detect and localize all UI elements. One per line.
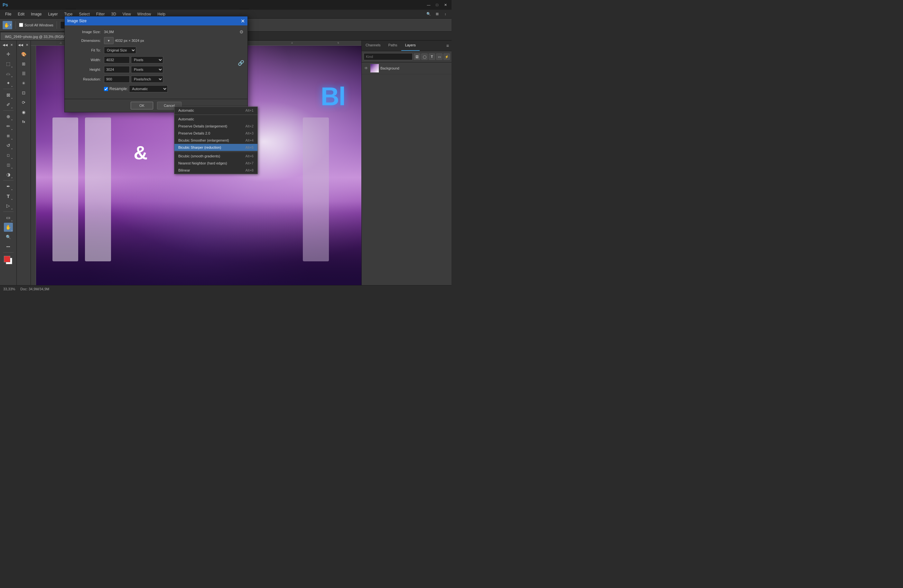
collapse-secondary-button[interactable]: ◀◀ — [18, 42, 24, 48]
dialog-title-bar: Image Size ✕ — [64, 16, 247, 25]
marquee-tool[interactable]: ⬚ ▸ — [4, 59, 13, 68]
resample-option-nearest-neighbor[interactable]: Nearest Neighbor (hard edges) Alt+7 — [175, 160, 258, 167]
shape-tool[interactable]: ▭ ▸ — [4, 213, 13, 222]
panel-tabs: Channels Paths Layers ≡ — [362, 41, 452, 51]
filter-smart-icon[interactable]: ⚡ — [444, 53, 450, 60]
more-tools-button[interactable]: ••• — [4, 242, 13, 251]
resample-option-bicubic-smooth[interactable]: Bicubic (smooth gradients) Alt+6 — [175, 153, 258, 160]
width-input[interactable] — [104, 56, 130, 63]
toolbar-search-icon[interactable]: 🔍 — [425, 11, 432, 18]
dialog-ok-button[interactable]: OK — [131, 102, 153, 109]
right-panel: Channels Paths Layers ≡ 🖼 ◯ T ▭ ⚡ 👁 Back… — [362, 41, 452, 285]
close-tools-button[interactable]: ✕ — [9, 42, 14, 48]
fit-to-select[interactable]: Original Size — [104, 47, 136, 54]
text-tool[interactable]: T ▸ — [4, 192, 13, 201]
layer-item-0[interactable]: 👁 Background — [362, 63, 452, 74]
foreground-color-swatch[interactable] — [4, 256, 10, 262]
resample-option-preserve-details-2[interactable]: Preserve Details 2.0 Alt+3 — [175, 130, 258, 137]
filter-shape-icon[interactable]: ▭ — [436, 53, 442, 60]
filter-type-icon[interactable]: T — [429, 53, 435, 60]
menu-file[interactable]: File — [3, 11, 14, 18]
lasso-tool[interactable]: ⌓ ▸ — [4, 69, 13, 78]
resample-option-automatic[interactable]: Automatic — [175, 116, 258, 123]
tab-channels[interactable]: Channels — [362, 41, 384, 51]
table-button[interactable]: ☰ — [19, 69, 28, 78]
resample-row: Resample: Automatic — [69, 85, 244, 92]
color-swatches[interactable] — [3, 255, 14, 266]
tab-layers[interactable]: Layers — [401, 41, 420, 51]
magic-wand-tool[interactable]: ✦ ▸ — [4, 79, 13, 88]
resolution-unit-select[interactable]: Pixels/Inch — [131, 75, 163, 83]
menu-edit[interactable]: Edit — [15, 11, 27, 18]
menu-layer[interactable]: Layer — [46, 11, 60, 18]
hand-icon: ✋ — [4, 22, 9, 28]
collapse-tools-button[interactable]: ◀◀ — [2, 42, 8, 48]
eyedropper-tool[interactable]: ✐ ▸ — [4, 100, 13, 109]
crop-tool[interactable]: ⊠ ▸ — [4, 90, 13, 99]
resample-select[interactable]: Automatic — [129, 85, 168, 92]
width-unit-select[interactable]: Pixels — [131, 56, 163, 63]
path-select-tool[interactable]: ▷ ▸ — [4, 201, 13, 210]
perspective-warp-button[interactable]: ⊡ — [19, 88, 28, 97]
hand-tool-button[interactable]: ✋ ▾ — [3, 21, 12, 29]
rotate-view-button[interactable]: ⟳ — [19, 98, 28, 107]
dropdown-separator-1 — [175, 115, 258, 115]
resolution-input[interactable] — [104, 75, 130, 83]
grid-view-button[interactable]: ⊞ — [19, 59, 28, 68]
scroll-all-windows-label[interactable]: Scroll All Windows — [19, 23, 53, 27]
puppet-warp-button[interactable]: ✳ — [19, 79, 28, 88]
eraser-tool[interactable]: ◻ ▸ — [4, 151, 13, 160]
layers-search-bar: 🖼 ◯ T ▭ ⚡ — [362, 51, 452, 63]
scroll-all-windows-checkbox[interactable] — [19, 23, 23, 27]
resample-option-preserve-details[interactable]: Preserve Details (enlargement) Alt+2 — [175, 123, 258, 130]
dimensions-label: Dimensions: — [69, 39, 104, 42]
color-picker-button[interactable]: 🎨 — [19, 50, 28, 58]
tool-separator-3 — [3, 180, 14, 181]
width-label: Width: — [69, 58, 104, 62]
height-unit-select[interactable]: Pixels — [131, 66, 163, 73]
image-size-gear-icon[interactable]: ⚙ — [239, 29, 244, 35]
gradient-tool[interactable]: ◫ ▸ — [4, 160, 13, 169]
resample-option-bilinear[interactable]: Bilinear Alt+8 — [175, 167, 258, 174]
panel-menu-button[interactable]: ≡ — [444, 41, 452, 51]
toolbar-share-icon[interactable]: ↑ — [442, 11, 449, 18]
resample-option-bicubic-sharper[interactable]: Bicubic Sharper (reduction) Alt+5 — [175, 144, 258, 151]
pen-tool[interactable]: ✒ ▸ — [4, 182, 13, 191]
artboard-button[interactable]: ◉ — [19, 107, 28, 116]
hand-tool-sidebar[interactable]: ✋ ▸ — [4, 223, 13, 232]
height-input[interactable] — [104, 66, 130, 73]
resample-option-bicubic-smoother[interactable]: Bicubic Smoother (enlargement) Alt+4 — [175, 137, 258, 144]
filter-adjustment-icon[interactable]: ◯ — [421, 53, 428, 60]
clone-stamp-tool[interactable]: ⊞ ▸ — [4, 131, 13, 140]
brush-tool[interactable]: ✏ ▸ — [4, 122, 13, 130]
dialog-close-button[interactable]: ✕ — [241, 18, 245, 24]
maximize-button[interactable]: □ — [434, 1, 440, 8]
close-button[interactable]: ✕ — [442, 1, 449, 8]
tab-paths[interactable]: Paths — [384, 41, 401, 51]
zoom-tool[interactable]: 🔍 — [4, 233, 13, 241]
layer-visibility-icon-0[interactable]: 👁 — [363, 66, 369, 71]
toolbar-separator-1 — [16, 21, 16, 29]
history-brush-tool[interactable]: ↺ ▸ — [4, 141, 13, 150]
layers-search-input[interactable] — [363, 53, 412, 60]
scroll-all-windows-text: Scroll All Windows — [24, 23, 53, 27]
resolution-label: Resolution: — [69, 77, 104, 81]
dimensions-dropdown-button[interactable]: ▾ — [104, 37, 113, 44]
resample-checkbox[interactable] — [104, 87, 108, 91]
menu-image[interactable]: Image — [28, 11, 44, 18]
toolbar-layout-icon[interactable]: ⊞ — [434, 11, 440, 18]
layers-filter-icons: 🖼 ◯ T ▭ ⚡ — [414, 53, 450, 60]
minimize-button[interactable]: — — [425, 1, 432, 8]
filter-pixel-icon[interactable]: 🖼 — [414, 53, 420, 60]
layers-panel-content: 👁 Background — [362, 63, 452, 285]
resample-option-automatic-header[interactable]: Automatic Alt+1 — [175, 107, 258, 114]
app-icon: Ps — [3, 2, 9, 8]
dodge-tool[interactable]: ◑ ▸ — [4, 170, 13, 179]
spot-heal-tool[interactable]: ⊕ ▸ — [4, 112, 13, 121]
move-tool[interactable]: ✛ — [4, 50, 13, 58]
fx-button[interactable]: fx — [19, 117, 28, 126]
hand-dropdown-icon: ▾ — [10, 24, 11, 27]
height-label: Height: — [69, 68, 104, 71]
image-size-dialog: Image Size ✕ Image Size: 34,9M ⚙ Dimensi… — [64, 16, 248, 112]
close-secondary-button[interactable]: ✕ — [24, 42, 30, 48]
